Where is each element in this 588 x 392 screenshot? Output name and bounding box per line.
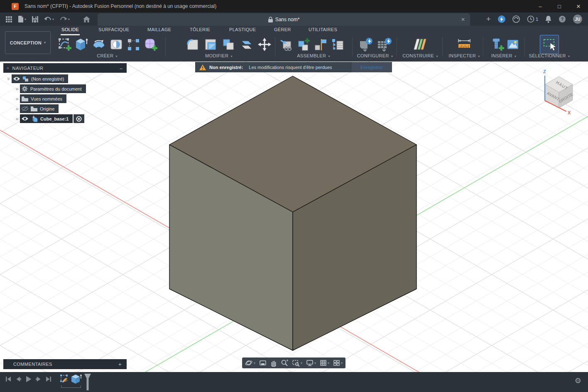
- group-label-assembler[interactable]: ASSEMBLER ▾: [297, 53, 330, 58]
- help-icon[interactable]: ?: [559, 15, 566, 23]
- add-comment-icon[interactable]: +: [118, 361, 122, 367]
- group-label-configurer[interactable]: CONFIGURER ▾: [357, 53, 393, 58]
- step-forward-icon[interactable]: [36, 376, 42, 382]
- insert-fastener-icon[interactable]: [490, 37, 505, 52]
- zoom-icon[interactable]: [279, 359, 289, 367]
- move-icon[interactable]: [257, 37, 272, 52]
- history-clock-icon[interactable]: 1: [527, 15, 538, 23]
- group-label-construire[interactable]: CONSTRUIRE ▾: [402, 53, 438, 58]
- extensions-icon[interactable]: [498, 15, 505, 23]
- tab-close-icon[interactable]: ✕: [461, 17, 465, 22]
- group-label-creer[interactable]: CRÉER ▾: [97, 53, 118, 58]
- component-cube-icon: [31, 116, 38, 122]
- chevron-right-icon[interactable]: »: [14, 116, 20, 122]
- maximize-button[interactable]: □: [550, 0, 569, 12]
- extrude-feature-icon[interactable]: [71, 374, 82, 385]
- window-zoom-icon[interactable]: ▾: [291, 359, 304, 367]
- go-to-end-icon[interactable]: [45, 376, 52, 382]
- tab-gerer[interactable]: GÉRER: [274, 27, 291, 32]
- document-tab[interactable]: Sans nom* ✕: [98, 13, 470, 26]
- go-to-start-icon[interactable]: [5, 376, 12, 382]
- orbit-icon[interactable]: ▾: [244, 359, 257, 367]
- configuration-icon[interactable]: [357, 37, 374, 52]
- tree-item-document-settings[interactable]: » Paramètres du document: [14, 84, 86, 93]
- joint-icon[interactable]: [313, 37, 328, 52]
- new-tab-icon[interactable]: +: [486, 15, 491, 24]
- activate-component-radio[interactable]: [74, 114, 84, 123]
- sketch-feature-icon[interactable]: [59, 374, 69, 385]
- group-label-inserer[interactable]: INSÉRER ▾: [491, 53, 517, 58]
- save-icon[interactable]: [30, 14, 40, 25]
- bom-icon[interactable]: [330, 37, 345, 52]
- navigator-collapse-icon[interactable]: «: [7, 66, 8, 70]
- save-button[interactable]: Enregistrer: [351, 62, 392, 72]
- undo-icon[interactable]: ▾: [42, 14, 56, 25]
- new-component-icon[interactable]: [296, 37, 311, 52]
- tab-utilitaires[interactable]: UTILITAIRES: [309, 27, 337, 32]
- create-sketch-icon[interactable]: [57, 37, 72, 52]
- notifications-bell-icon[interactable]: [545, 16, 551, 23]
- hole-icon[interactable]: [109, 37, 124, 52]
- offset-face-icon[interactable]: [239, 37, 254, 52]
- timeline-marker-icon[interactable]: [83, 374, 92, 390]
- app-grid-icon[interactable]: [4, 14, 14, 25]
- construction-plane-icon[interactable]: [412, 37, 427, 52]
- group-label-selectionner[interactable]: SÉLECTIONNER ▾: [529, 53, 570, 58]
- tab-maillage[interactable]: MAILLAGE: [147, 27, 171, 32]
- combine-icon[interactable]: [221, 37, 236, 52]
- warning-message: Les modifications risquent d'être perdue…: [249, 65, 332, 70]
- home-icon[interactable]: [81, 14, 92, 25]
- configuration-table-icon[interactable]: [376, 37, 392, 52]
- file-new-icon[interactable]: ▾: [16, 14, 28, 25]
- tab-surfacique[interactable]: SURFACIQUE: [98, 27, 130, 32]
- chevron-right-icon[interactable]: »: [14, 96, 20, 102]
- eye-off-icon[interactable]: [22, 106, 28, 111]
- pattern-icon[interactable]: [126, 37, 141, 52]
- navigator-header[interactable]: « NAVIGATEUR –: [3, 63, 127, 73]
- comments-bar[interactable]: COMMENTAIRES +: [3, 359, 127, 369]
- step-back-icon[interactable]: [15, 376, 21, 382]
- fillet-icon[interactable]: [185, 37, 200, 52]
- revolve-icon[interactable]: [91, 37, 106, 52]
- redo-caret-icon[interactable]: ▾: [68, 17, 70, 21]
- close-button[interactable]: ✕: [569, 0, 588, 12]
- chevron-down-icon[interactable]: »: [6, 76, 12, 82]
- tab-tolerie[interactable]: TÔLERIE: [190, 27, 210, 32]
- view-cube[interactable]: HAUT AVANT DROITE Z X: [535, 67, 585, 116]
- eye-icon[interactable]: [22, 116, 28, 121]
- insert-derive-icon[interactable]: [279, 37, 294, 52]
- viewports-icon[interactable]: ▾: [332, 360, 344, 366]
- eye-icon[interactable]: [13, 76, 20, 81]
- extrude-icon[interactable]: [74, 37, 89, 52]
- timeline-settings-gear-icon[interactable]: ⚙: [575, 376, 581, 385]
- insert-image-icon[interactable]: [505, 37, 520, 52]
- look-at-icon[interactable]: [258, 360, 268, 366]
- viewport-3d[interactable]: [0, 62, 588, 372]
- chevron-right-icon[interactable]: »: [14, 86, 20, 92]
- tree-item-named-views[interactable]: » Vues nommées: [14, 94, 66, 103]
- pan-icon[interactable]: [269, 360, 278, 367]
- measure-icon[interactable]: [457, 37, 472, 52]
- file-caret-icon[interactable]: ▾: [24, 17, 26, 21]
- redo-icon[interactable]: ▾: [58, 14, 71, 25]
- tree-item-origin[interactable]: » Origine: [14, 104, 59, 113]
- create-form-icon[interactable]: [143, 37, 158, 52]
- job-status-icon[interactable]: [512, 15, 520, 23]
- shell-icon[interactable]: [203, 37, 218, 52]
- undo-caret-icon[interactable]: ▾: [52, 17, 54, 21]
- tree-item-cube-base[interactable]: » Cube_base:1: [14, 114, 84, 123]
- select-icon[interactable]: [540, 35, 559, 54]
- group-label-modifier[interactable]: MODIFIER ▾: [205, 53, 233, 58]
- tree-item-document[interactable]: » (Non enregistré): [6, 74, 68, 83]
- chevron-right-icon[interactable]: »: [14, 106, 20, 112]
- play-icon[interactable]: [25, 375, 32, 383]
- avatar[interactable]: JU: [573, 15, 582, 24]
- workspace-selector[interactable]: CONCEPTION▾: [5, 31, 51, 54]
- tab-plastique[interactable]: PLASTIQUE: [229, 27, 256, 32]
- grid-settings-icon[interactable]: ▾: [318, 360, 331, 366]
- group-label-inspecter[interactable]: INSPECTER ▾: [448, 53, 480, 58]
- navigator-minimize-icon[interactable]: –: [120, 66, 122, 71]
- tab-solide[interactable]: SOLIDE: [61, 27, 79, 32]
- minimize-button[interactable]: –: [531, 0, 550, 12]
- display-settings-icon[interactable]: ▾: [305, 360, 317, 366]
